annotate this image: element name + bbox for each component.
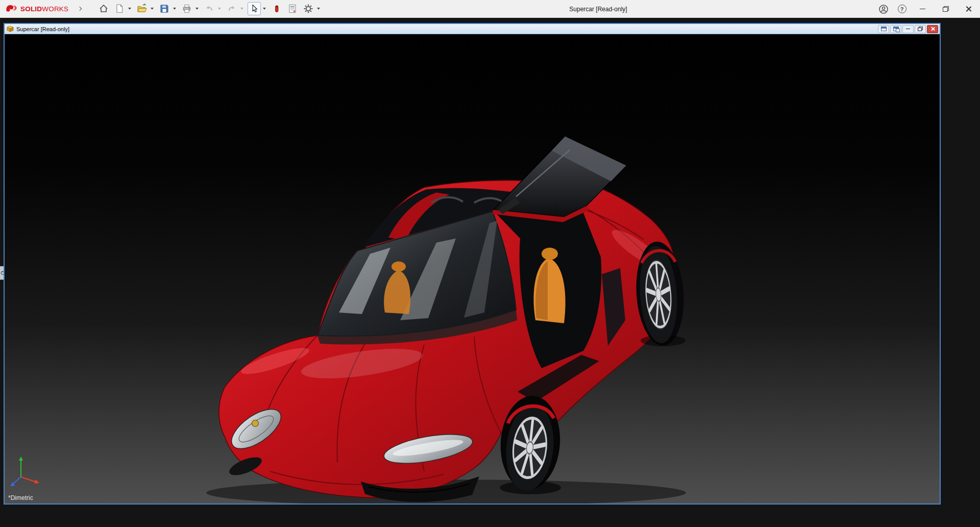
print-button[interactable] (180, 2, 193, 15)
doc-minimize-button[interactable] (902, 25, 914, 33)
help-button[interactable]: ? (893, 0, 911, 18)
car-model[interactable] (5, 34, 940, 504)
restore-icon (918, 27, 923, 31)
print-dropdown[interactable] (193, 2, 200, 15)
new-document-icon (114, 4, 125, 14)
restore-button[interactable] (934, 0, 957, 18)
chevron-down-icon (240, 8, 243, 10)
restore-icon (943, 6, 949, 12)
chevron-right-icon (78, 7, 82, 11)
new-document-button[interactable] (113, 2, 126, 15)
reference-triad[interactable] (9, 454, 45, 491)
tool-redo (225, 2, 245, 15)
logo-mark-icon (5, 4, 18, 14)
tool-save (158, 2, 178, 15)
tool-options (302, 2, 322, 15)
select-cursor-icon (249, 4, 259, 14)
indicator-button[interactable] (270, 2, 283, 15)
solidworks-logo: SOLIDWORKS (0, 4, 68, 14)
options-button[interactable] (302, 2, 315, 15)
account-button[interactable] (874, 0, 893, 18)
chevron-down-icon (317, 8, 320, 10)
new-document-dropdown[interactable] (126, 2, 133, 15)
chevron-down-icon (128, 8, 131, 10)
app-title: Supercar [Read-only] (569, 0, 627, 18)
undo-dropdown[interactable] (216, 2, 223, 15)
red-cylinder-icon (272, 4, 282, 14)
close-icon (930, 27, 935, 31)
minimize-button[interactable] (911, 0, 934, 18)
minimize-icon (906, 29, 910, 30)
select-button[interactable] (248, 2, 261, 15)
chevron-down-icon (263, 8, 266, 10)
select-dropdown[interactable] (261, 2, 267, 15)
undo-icon (204, 4, 214, 14)
tool-print (180, 2, 200, 15)
view-orientation-label: *Dimetric (8, 494, 33, 501)
properties-icon (287, 4, 298, 14)
account-icon (878, 4, 889, 14)
tile-window-button[interactable] (890, 25, 901, 33)
tool-home (97, 2, 110, 15)
open-dropdown[interactable] (149, 2, 155, 15)
document-window: Supercar [Read-only] (4, 23, 941, 505)
logo-text: SOLIDWORKS (20, 4, 68, 13)
tool-undo (203, 2, 223, 15)
chevron-down-icon (173, 8, 176, 10)
mdi-area: Supercar [Read-only] (0, 18, 980, 526)
tool-indicator (270, 2, 283, 15)
quick-access-toolbar (97, 2, 324, 15)
open-button[interactable] (135, 2, 149, 15)
chevron-down-icon (195, 8, 199, 10)
redo-icon (227, 4, 237, 14)
redo-dropdown[interactable] (238, 2, 245, 15)
window-controls: ? (874, 0, 980, 18)
save-button[interactable] (158, 2, 171, 15)
viewport-3d[interactable]: *Dimetric (5, 34, 940, 504)
menu-expand-arrow[interactable] (76, 3, 84, 14)
document-title: Supercar [Read-only] (16, 26, 69, 32)
tool-properties (286, 2, 299, 15)
tool-select (248, 2, 267, 15)
home-button[interactable] (97, 2, 110, 15)
save-icon (159, 4, 169, 14)
open-folder-icon (137, 4, 147, 14)
doc-close-button[interactable] (927, 25, 938, 33)
undo-button[interactable] (203, 2, 216, 15)
save-dropdown[interactable] (171, 2, 178, 15)
cascade-window-icon (881, 27, 887, 31)
cascade-window-button[interactable] (878, 25, 889, 33)
gear-icon (303, 4, 313, 14)
home-icon (99, 4, 109, 14)
redo-button[interactable] (225, 2, 238, 15)
properties-button[interactable] (286, 2, 299, 15)
tile-window-icon (893, 27, 899, 31)
close-icon (965, 6, 972, 12)
document-titlebar[interactable]: Supercar [Read-only] (5, 24, 940, 34)
print-icon (182, 4, 192, 14)
document-window-controls (878, 25, 938, 33)
tool-open (135, 2, 155, 15)
app-titlebar: SOLIDWORKS (0, 0, 980, 18)
chevron-down-icon (151, 8, 154, 10)
chevron-down-icon (218, 8, 221, 10)
close-button[interactable] (957, 0, 980, 18)
doc-restore-button[interactable] (915, 25, 926, 33)
help-icon: ? (898, 5, 906, 13)
minimize-icon (920, 9, 925, 10)
options-dropdown[interactable] (315, 2, 322, 15)
tool-new (113, 2, 133, 15)
assembly-cube-icon (7, 26, 14, 32)
